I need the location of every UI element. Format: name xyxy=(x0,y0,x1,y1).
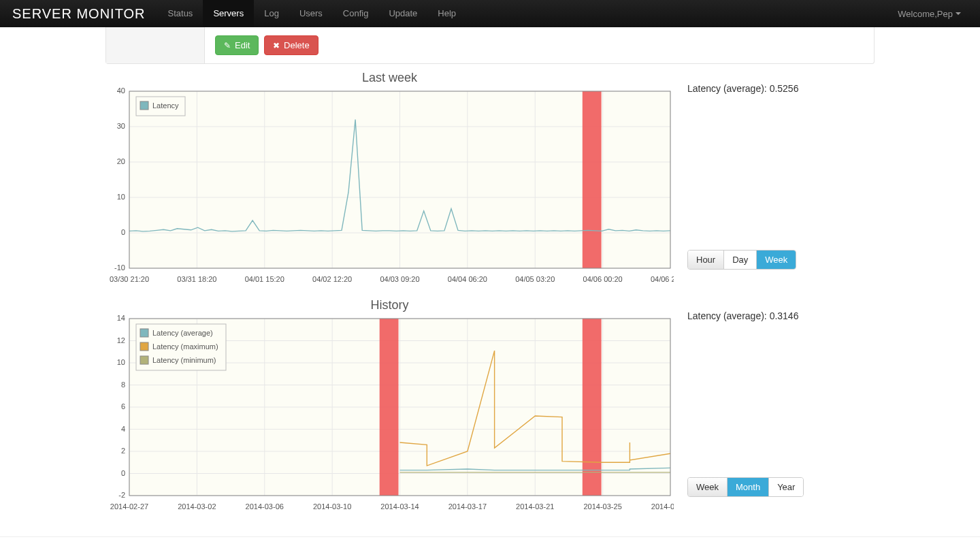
delete-button[interactable]: ✖ Delete xyxy=(264,35,318,55)
welcome-prefix: Welcome, xyxy=(898,9,937,19)
svg-text:2014-03-10: 2014-03-10 xyxy=(313,502,351,511)
range-history: Week Month Year xyxy=(687,477,804,497)
svg-text:04/02 12:20: 04/02 12:20 xyxy=(312,275,352,283)
svg-text:Latency (average): Latency (average) xyxy=(152,329,213,337)
user-menu[interactable]: Welcome, Pep xyxy=(891,9,968,19)
range-month[interactable]: Month xyxy=(728,478,769,496)
svg-text:2014-03-21: 2014-03-21 xyxy=(516,502,554,511)
svg-text:03/31 18:20: 03/31 18:20 xyxy=(177,275,216,283)
chart-lastweek: Last week -1001020304003/30 21:2003/31 1… xyxy=(105,71,875,289)
stat-label: Latency (average): xyxy=(687,310,767,321)
svg-rect-74 xyxy=(583,319,602,496)
svg-text:04/03 09:20: 04/03 09:20 xyxy=(380,275,419,283)
svg-rect-77 xyxy=(140,329,148,337)
svg-text:04/01 15:20: 04/01 15:20 xyxy=(245,275,284,283)
svg-text:10: 10 xyxy=(117,358,125,366)
svg-text:-10: -10 xyxy=(114,263,125,272)
range-week[interactable]: Week xyxy=(757,251,796,269)
svg-rect-81 xyxy=(140,356,148,364)
svg-text:04/06 21:20: 04/06 21:20 xyxy=(651,275,674,283)
close-icon: ✖ xyxy=(273,41,280,50)
nav-help[interactable]: Help xyxy=(427,0,466,27)
svg-text:04/04 06:20: 04/04 06:20 xyxy=(448,275,487,283)
svg-rect-73 xyxy=(380,319,399,496)
chart-history-svg: -2024681012142014-02-272014-03-022014-03… xyxy=(105,315,674,516)
svg-text:2014-03-02: 2014-03-02 xyxy=(178,502,216,511)
svg-rect-79 xyxy=(140,342,148,351)
chart-title-history: History xyxy=(105,298,674,315)
svg-text:2014-03-14: 2014-03-14 xyxy=(380,502,419,511)
nav: Status Servers Log Users Config Update H… xyxy=(158,0,892,27)
stat-value: 0.5256 xyxy=(770,83,799,94)
svg-text:03/30 21:20: 03/30 21:20 xyxy=(110,275,149,283)
svg-text:30: 30 xyxy=(117,122,125,130)
footer: Powered by PHP Server Monitor v3.0.0. Ba… xyxy=(0,536,980,548)
chart-history: History -2024681012142014-02-272014-03-0… xyxy=(105,298,875,516)
svg-text:2014-03-25: 2014-03-25 xyxy=(583,502,621,511)
svg-text:6: 6 xyxy=(121,402,125,410)
svg-text:0: 0 xyxy=(121,228,125,236)
svg-text:20: 20 xyxy=(117,157,125,165)
edit-icon: ✎ xyxy=(224,41,231,50)
range-week2[interactable]: Week xyxy=(688,478,728,496)
svg-text:Latency (minimum): Latency (minimum) xyxy=(152,356,216,364)
chart-title-lastweek: Last week xyxy=(105,71,674,88)
nav-users[interactable]: Users xyxy=(289,0,333,27)
chart-lastweek-svg: -1001020304003/30 21:2003/31 18:2004/01 … xyxy=(105,88,674,289)
range-day[interactable]: Day xyxy=(724,251,757,269)
svg-rect-34 xyxy=(140,101,148,110)
edit-button[interactable]: ✎ Edit xyxy=(215,35,259,55)
svg-rect-31 xyxy=(583,91,602,268)
welcome-user: Pep xyxy=(937,9,953,19)
svg-text:2014-03-17: 2014-03-17 xyxy=(448,502,487,511)
svg-text:Latency: Latency xyxy=(152,101,179,110)
nav-log[interactable]: Log xyxy=(254,0,289,27)
stat-history: Latency (average): 0.3146 xyxy=(687,310,875,321)
svg-text:0: 0 xyxy=(121,469,125,477)
stat-lastweek: Latency (average): 0.5256 xyxy=(687,83,875,94)
svg-text:Latency (maximum): Latency (maximum) xyxy=(152,342,218,351)
svg-text:2: 2 xyxy=(121,447,125,455)
range-lastweek: Hour Day Week xyxy=(687,250,796,270)
stat-value: 0.3146 xyxy=(770,310,799,321)
svg-text:2014-03-06: 2014-03-06 xyxy=(246,502,284,511)
svg-text:04/06 00:20: 04/06 00:20 xyxy=(583,275,623,283)
action-bar: ✎ Edit ✖ Delete xyxy=(105,27,875,64)
svg-text:14: 14 xyxy=(117,315,125,322)
stat-label: Latency (average): xyxy=(687,83,767,94)
navbar: SERVER MONITOR Status Servers Log Users … xyxy=(0,0,980,27)
chevron-down-icon xyxy=(956,12,961,15)
svg-text:04/05 03:20: 04/05 03:20 xyxy=(515,275,555,283)
svg-text:-2: -2 xyxy=(118,491,125,499)
svg-text:2014-02-27: 2014-02-27 xyxy=(110,502,148,511)
brand[interactable]: SERVER MONITOR xyxy=(12,6,146,22)
svg-text:8: 8 xyxy=(121,381,125,389)
svg-text:40: 40 xyxy=(117,88,125,95)
svg-text:2014-03-29: 2014-03-29 xyxy=(651,502,674,511)
svg-text:10: 10 xyxy=(117,193,125,201)
delete-label: Delete xyxy=(284,40,310,50)
nav-config[interactable]: Config xyxy=(333,0,379,27)
nav-update[interactable]: Update xyxy=(378,0,427,27)
range-year[interactable]: Year xyxy=(769,478,803,496)
edit-label: Edit xyxy=(235,40,250,50)
svg-text:12: 12 xyxy=(117,336,125,344)
range-hour[interactable]: Hour xyxy=(688,251,724,269)
nav-status[interactable]: Status xyxy=(158,0,203,27)
svg-text:4: 4 xyxy=(121,425,125,433)
nav-servers[interactable]: Servers xyxy=(203,0,254,27)
